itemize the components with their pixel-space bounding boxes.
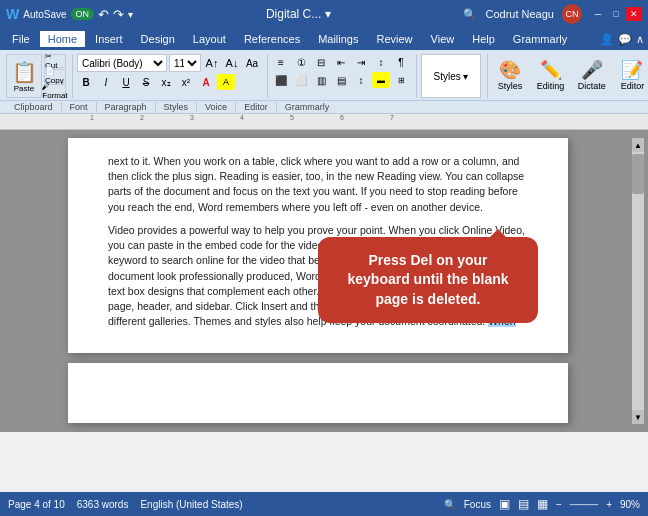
cut-button[interactable]: ✂ Cut — [44, 54, 66, 68]
zoom-plus-button[interactable]: + — [606, 499, 612, 510]
document-title: Digital C... ▾ — [266, 7, 331, 21]
focus-icon[interactable]: 🔍 — [444, 499, 456, 510]
decrease-font-button[interactable]: A↓ — [223, 55, 241, 71]
ruler-mark-6: 6 — [340, 114, 344, 121]
layout-icon-3[interactable]: ▦ — [537, 497, 548, 511]
layout-icon-1[interactable]: ▣ — [499, 497, 510, 511]
font-row-2: B I U S x₂ x² A A — [77, 74, 261, 90]
styles-gallery[interactable]: Styles ▾ — [421, 54, 481, 98]
grammarly-section-label: Grammarly — [277, 102, 338, 112]
menu-design[interactable]: Design — [133, 31, 183, 47]
font-row-1: Calibri (Body) 11 A↑ A↓ Aa — [77, 54, 261, 72]
status-right: 🔍 Focus ▣ ▤ ▦ − ──── + 90% — [444, 497, 640, 511]
customize-qat-icon[interactable]: ▾ — [128, 9, 133, 20]
change-case-button[interactable]: Aa — [243, 55, 261, 71]
justify-button[interactable]: ▤ — [332, 72, 350, 88]
sort-button[interactable]: ↕ — [372, 54, 390, 70]
maximize-button[interactable]: □ — [608, 7, 624, 21]
editing-button[interactable]: ✏️ Editing — [532, 54, 569, 98]
user-name: Codrut Neagu — [485, 8, 554, 20]
zoom-minus-button[interactable]: − — [556, 499, 562, 510]
superscript-button[interactable]: x² — [177, 74, 195, 90]
subscript-button[interactable]: x₂ — [157, 74, 175, 90]
comments-icon[interactable]: 💬 — [618, 33, 632, 46]
numbering-button[interactable]: ① — [292, 54, 310, 70]
scroll-track[interactable] — [632, 152, 644, 410]
font-size-select[interactable]: 11 — [169, 54, 201, 72]
undo-icon[interactable]: ↶ — [98, 7, 109, 22]
align-left-button[interactable]: ⬛ — [272, 72, 290, 88]
dictate-icon: 🎤 — [581, 61, 603, 79]
doc-wrapper: ▲ ▼ next to it. When you work on a table… — [4, 138, 644, 424]
shading-button[interactable]: ▬ — [372, 72, 390, 88]
increase-font-button[interactable]: A↑ — [203, 55, 221, 71]
increase-indent-button[interactable]: ⇥ — [352, 54, 370, 70]
menu-grammarly[interactable]: Grammarly — [505, 31, 575, 47]
tooltip-text: Press Del on your keyboard until the bla… — [347, 252, 508, 307]
menu-view[interactable]: View — [423, 31, 463, 47]
menu-help[interactable]: Help — [464, 31, 503, 47]
styles-section-label: Styles — [156, 102, 198, 112]
menu-home[interactable]: Home — [40, 31, 85, 47]
close-button[interactable]: ✕ — [626, 7, 642, 21]
scroll-down-button[interactable]: ▼ — [632, 410, 644, 424]
multilevel-button[interactable]: ⊟ — [312, 54, 330, 70]
ruler-mark-1: 1 — [90, 114, 94, 121]
align-right-button[interactable]: ▥ — [312, 72, 330, 88]
font-section-label: Font — [62, 102, 97, 112]
paragraph-row-1: ≡ ① ⊟ ⇤ ⇥ ↕ ¶ — [272, 54, 410, 70]
word-count: 6363 words — [77, 499, 129, 510]
paste-button[interactable]: 📋 Paste — [6, 54, 42, 98]
title-bar-left: W AutoSave ON ↶ ↷ ▾ — [6, 6, 133, 22]
align-center-button[interactable]: ⬜ — [292, 72, 310, 88]
language: English (United States) — [140, 499, 242, 510]
menu-mailings[interactable]: Mailings — [310, 31, 366, 47]
menu-layout[interactable]: Layout — [185, 31, 234, 47]
menu-review[interactable]: Review — [369, 31, 421, 47]
copy-button[interactable]: 📄 Copy — [44, 69, 66, 83]
strikethrough-button[interactable]: S — [137, 74, 155, 90]
underline-button[interactable]: U — [117, 74, 135, 90]
scroll-thumb[interactable] — [632, 154, 644, 194]
menu-insert[interactable]: Insert — [87, 31, 131, 47]
status-bar: Page 4 of 10 6363 words English (United … — [0, 492, 648, 516]
ruler-mark-7: 7 — [390, 114, 394, 121]
section-labels: Clipboard Font Paragraph Styles Voice Ed… — [0, 101, 648, 114]
italic-button[interactable]: I — [97, 74, 115, 90]
vertical-scrollbar[interactable]: ▲ ▼ — [632, 138, 644, 424]
decrease-indent-button[interactable]: ⇤ — [332, 54, 350, 70]
editing-label: Editing — [537, 81, 565, 91]
minimize-button[interactable]: ─ — [590, 7, 606, 21]
ribbon-collapse-icon[interactable]: ∧ — [636, 33, 644, 46]
share-icon[interactable]: 👤 — [600, 33, 614, 46]
ruler-mark-3: 3 — [190, 114, 194, 121]
focus-label[interactable]: Focus — [464, 499, 491, 510]
clipboard-sub: ✂ Cut 📄 Copy 🖌 Format — [44, 54, 66, 98]
dictate-button[interactable]: 🎤 Dictate — [573, 54, 610, 98]
font-family-select[interactable]: Calibri (Body) — [77, 54, 167, 72]
editor-button[interactable]: 📝 Editor — [614, 54, 648, 98]
zoom-slider[interactable]: ──── — [570, 499, 598, 510]
ruler-mark-2: 2 — [140, 114, 144, 121]
editor-icon: 📝 — [621, 61, 643, 79]
highlight-button[interactable]: A — [217, 74, 235, 90]
bullets-button[interactable]: ≡ — [272, 54, 290, 70]
font-color-button[interactable]: A — [197, 74, 215, 90]
border-button[interactable]: ⊞ — [392, 72, 410, 88]
layout-icon-2[interactable]: ▤ — [518, 497, 529, 511]
redo-icon[interactable]: ↷ — [113, 7, 124, 22]
menu-file[interactable]: File — [4, 31, 38, 47]
styles-button[interactable]: 🎨 Styles — [492, 54, 528, 98]
menu-references[interactable]: References — [236, 31, 308, 47]
format-painter-button[interactable]: 🖌 Format — [44, 84, 66, 98]
ruler-mark-5: 5 — [290, 114, 294, 121]
show-marks-button[interactable]: ¶ — [392, 54, 410, 70]
search-icon[interactable]: 🔍 — [463, 8, 477, 21]
clipboard-section-label: Clipboard — [6, 102, 62, 112]
autosave-toggle[interactable]: ON — [71, 8, 95, 20]
scroll-up-button[interactable]: ▲ — [632, 138, 644, 152]
editor-section-label: Editor — [236, 102, 277, 112]
document-page[interactable]: next to it. When you work on a table, cl… — [68, 138, 568, 353]
line-spacing-button[interactable]: ↕ — [352, 72, 370, 88]
bold-button[interactable]: B — [77, 74, 95, 90]
